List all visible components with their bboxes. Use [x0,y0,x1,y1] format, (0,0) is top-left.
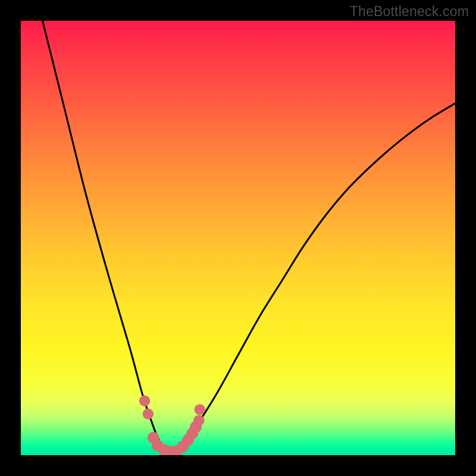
plot-area [21,21,455,455]
curve-marker [193,415,204,425]
curve-marker [195,404,205,415]
bottleneck-curve [43,21,456,453]
curve-marker [139,396,150,406]
curve-marker [143,408,154,419]
watermark-text: TheBottleneck.com [350,4,469,20]
bottleneck-curve-svg [21,21,455,455]
chart-frame: TheBottleneck.com [0,0,476,476]
